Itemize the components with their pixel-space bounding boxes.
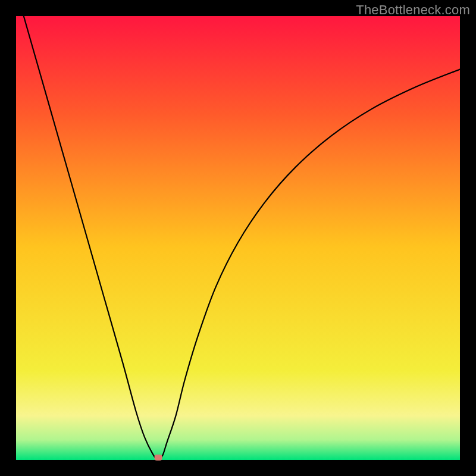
chart-background-gradient	[16, 16, 460, 460]
chart-frame	[16, 16, 460, 460]
watermark-text: TheBottleneck.com	[356, 2, 470, 18]
minimum-marker	[154, 455, 162, 461]
chart-canvas	[16, 16, 460, 460]
